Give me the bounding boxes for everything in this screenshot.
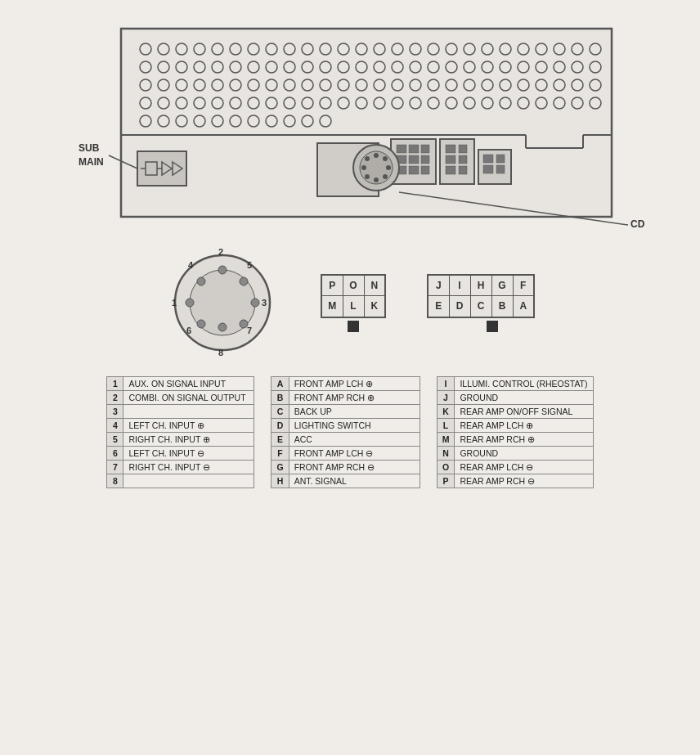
pin-d: D — [449, 296, 470, 317]
table-row: G FRONT AMP RCH ⊖ — [271, 461, 420, 474]
pin-e: E — [428, 296, 449, 317]
table-row: L REAR AMP LCH ⊕ — [437, 419, 593, 433]
svg-point-146 — [374, 153, 379, 158]
svg-point-152 — [361, 165, 366, 170]
pin-n: N — [364, 275, 385, 296]
table-row: P REAR AMP RCH ⊖ — [437, 474, 593, 488]
svg-text:6: 6 — [186, 326, 191, 335]
wiring-table-middle: A FRONT AMP LCH ⊕ B FRONT AMP RCH ⊕ C BA… — [271, 376, 420, 488]
svg-point-165 — [218, 266, 227, 274]
table-row: B FRONT AMP RCH ⊕ — [271, 391, 420, 405]
svg-text:1: 1 — [172, 298, 177, 308]
wiring-table-left: 1 AUX. ON SIGNAL INPUT 2 COMBI. ON SIGNA… — [106, 376, 254, 488]
svg-rect-139 — [483, 155, 493, 163]
table-row: A FRONT AMP LCH ⊕ — [271, 377, 420, 391]
table-row: O REAR AMP LCH ⊖ — [437, 461, 593, 474]
table-row: C BACK UP — [271, 405, 420, 419]
pon-mlk-connector: P O N M L K — [321, 274, 386, 332]
pin-l: L — [343, 296, 364, 317]
table-row: H ANT. SIGNAL — [271, 474, 420, 488]
table-row: M REAR AMP RCH ⊕ — [437, 433, 593, 447]
jihgf-connector: J I H G F E D C B A — [427, 274, 535, 332]
pon-marker — [348, 321, 359, 332]
pon-mlk-grid: P O N M L K — [321, 274, 386, 318]
table-row: 7 RIGHT CH. INPUT ⊖ — [107, 461, 254, 474]
svg-point-171 — [218, 323, 227, 331]
svg-rect-123 — [409, 145, 419, 153]
table-row: E ACC — [271, 433, 420, 447]
svg-text:8: 8 — [218, 348, 223, 357]
table-row: 2 COMBI. ON SIGNAL OUTPUT — [107, 391, 254, 405]
svg-point-168 — [240, 277, 248, 285]
svg-rect-133 — [459, 145, 467, 153]
table-row: D LIGHTING SWITCH — [271, 419, 420, 433]
svg-rect-132 — [446, 145, 455, 153]
connector-diagrams: 1 2 3 4 5 6 7 8 P O N M L K — [25, 245, 675, 360]
wiring-tables-section: 1 AUX. ON SIGNAL INPUT 2 COMBI. ON SIGNA… — [25, 376, 675, 488]
table-row: F FRONT AMP LCH ⊖ — [271, 447, 420, 461]
table-row: K REAR AMP ON/OFF SIGNAL — [437, 405, 593, 419]
table-row: 6 LEFT CH. INPUT ⊖ — [107, 447, 254, 461]
pin-i: I — [449, 275, 470, 296]
table-row: I ILLUMI. CONTROL (RHEOSTAT) — [437, 377, 593, 391]
wiring-table-right: I ILLUMI. CONTROL (RHEOSTAT) J GROUND K … — [437, 376, 594, 488]
svg-rect-142 — [496, 165, 505, 173]
svg-rect-140 — [496, 155, 505, 163]
svg-point-153 — [365, 156, 370, 161]
cd-label: CD — [630, 218, 645, 230]
pin-k: K — [364, 296, 385, 317]
pin-a: A — [513, 296, 534, 317]
main-container: SUB MAIN — [0, 0, 700, 755]
svg-text:5: 5 — [247, 260, 252, 270]
table-row: 1 AUX. ON SIGNAL INPUT — [107, 377, 254, 391]
device-diagram-area: SUB MAIN — [64, 16, 636, 241]
svg-rect-134 — [446, 155, 455, 164]
jihgf-marker — [487, 321, 498, 332]
svg-rect-131 — [440, 139, 474, 184]
sub-label: SUB — [79, 142, 100, 154]
svg-point-148 — [386, 165, 391, 170]
svg-text:7: 7 — [247, 326, 252, 335]
device-diagram-svg: SUB MAIN — [64, 16, 653, 241]
svg-point-166 — [251, 299, 259, 307]
svg-point-169 — [197, 320, 205, 328]
svg-point-151 — [365, 174, 370, 179]
svg-text:2: 2 — [218, 247, 223, 257]
table-row: J GROUND — [437, 391, 593, 405]
pin-m: M — [321, 296, 343, 317]
pin-o: O — [343, 275, 364, 296]
table-row: 4 LEFT CH. INPUT ⊕ — [107, 419, 254, 433]
svg-rect-130 — [421, 166, 429, 174]
svg-rect-141 — [483, 165, 493, 173]
svg-rect-124 — [421, 145, 429, 153]
svg-point-167 — [197, 277, 205, 285]
svg-rect-126 — [409, 155, 419, 164]
svg-point-147 — [383, 156, 388, 161]
svg-point-149 — [383, 174, 388, 179]
pin-j: J — [428, 275, 449, 296]
svg-rect-129 — [409, 166, 419, 174]
table-row: 3 — [107, 405, 254, 419]
svg-rect-137 — [459, 166, 467, 174]
table-row: N GROUND — [437, 447, 593, 461]
svg-point-164 — [186, 299, 194, 307]
svg-point-150 — [374, 178, 379, 182]
main-label: MAIN — [79, 156, 104, 168]
svg-text:3: 3 — [262, 298, 267, 308]
jihgf-grid: J I H G F E D C B A — [427, 274, 535, 318]
round-connector-svg: 1 2 3 4 5 6 7 8 — [165, 245, 280, 360]
svg-rect-117 — [526, 133, 583, 148]
pin-b: B — [491, 296, 513, 317]
round-connector: 1 2 3 4 5 6 7 8 — [165, 245, 280, 360]
pin-f: F — [513, 275, 534, 296]
pin-c: C — [470, 296, 491, 317]
table-row: 5 RIGHT CH. INPUT ⊕ — [107, 433, 254, 447]
pin-p: P — [321, 275, 343, 296]
svg-rect-127 — [421, 155, 429, 164]
table-row: 8 — [107, 474, 254, 488]
svg-text:4: 4 — [188, 260, 194, 270]
svg-rect-135 — [459, 155, 467, 164]
svg-rect-122 — [397, 145, 406, 153]
pin-g: G — [491, 275, 513, 296]
pin-h: H — [470, 275, 491, 296]
